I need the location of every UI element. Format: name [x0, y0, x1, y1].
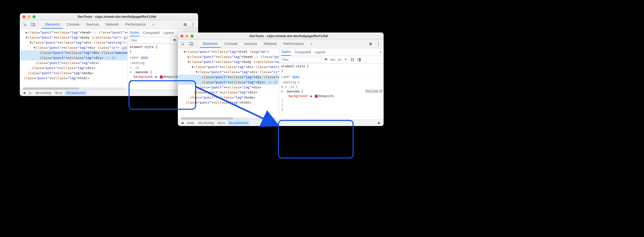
dom-node[interactable]: class="punct"></class="tag">div> == $0	[178, 80, 278, 85]
styles-tab-layout[interactable]: Layout	[315, 50, 325, 54]
zoom-window-icon[interactable]	[191, 35, 194, 38]
dom-node[interactable]: class="punct"></class="tag">html>	[178, 100, 278, 105]
styles-tab-overflow[interactable]: »	[380, 50, 382, 54]
dom-node[interactable]: ▼class="punct"><class="tag">div class="i…	[20, 45, 127, 50]
more-icon[interactable]	[375, 40, 382, 48]
elements-panel[interactable]: ▼class="punct"><class="tag">html lang="e…	[178, 48, 279, 119]
crumb-awesome[interactable]: div.awesome	[65, 90, 87, 95]
tab-sources[interactable]: Sources	[241, 40, 260, 48]
styles-tab-styles[interactable]: Styles	[281, 50, 291, 56]
inspect-icon[interactable]	[21, 21, 28, 28]
dom-tree[interactable]: ▶class="punct"><class="tag">head> ⋯ clas…	[20, 29, 128, 89]
layer-link[interactable]: demo	[292, 75, 300, 78]
dom-node[interactable]: class="punct"></class="tag">div>	[20, 60, 127, 66]
crumb-nesting[interactable]: div.nesting	[197, 120, 215, 125]
styles-filter-input[interactable]	[280, 57, 322, 62]
crumb-body[interactable]: ly	[27, 90, 33, 95]
content-area: ▼class="punct"><class="tag">html lang="e…	[178, 48, 384, 119]
tab-elements[interactable]: Elements	[200, 40, 221, 48]
dom-node[interactable]: class="punct"></class="tag">body>	[178, 95, 278, 100]
cls-toggle[interactable]: .cls	[337, 57, 342, 62]
more-icon[interactable]	[190, 21, 197, 28]
layer-link[interactable]: demo	[141, 56, 148, 59]
tab-network[interactable]: Network	[103, 21, 122, 28]
breadcrumb-prev-icon[interactable]: ◀	[180, 121, 184, 125]
new-style-rule-icon[interactable]: +	[343, 57, 348, 62]
element-style-rule[interactable]: element.style { }	[279, 64, 384, 74]
crumb-is[interactable]: div.is	[216, 120, 227, 125]
styles-body[interactable]: element.style { } Layer demo RwYLRdr:36 …	[279, 64, 384, 119]
tab-elements[interactable]: Elements	[42, 21, 63, 28]
minimize-window-icon[interactable]	[185, 35, 189, 38]
close-window-icon[interactable]	[22, 15, 25, 18]
source-link[interactable]: RwYLRdr:36	[365, 89, 383, 93]
tab-console[interactable]: Console	[221, 40, 240, 48]
styles-filter-input[interactable]	[129, 38, 170, 43]
styles-panel: Styles Computed Layout » :hov .cls + ele…	[279, 48, 384, 119]
horizontal-scrollbar[interactable]	[23, 87, 125, 89]
computed-styles-icon[interactable]	[350, 57, 355, 62]
color-swatch-icon[interactable]	[315, 95, 318, 98]
expand-value-icon[interactable]: ▶	[155, 75, 157, 78]
ellipsis-icon[interactable]: ⋯	[93, 31, 97, 35]
crumb-nesting[interactable]: div.nesting	[34, 90, 52, 95]
styles-tab-layout[interactable]: Layout	[163, 31, 174, 35]
tab-overflow[interactable]: »	[307, 40, 316, 48]
crumb-body[interactable]: body	[185, 120, 196, 125]
expand-value-icon[interactable]: ▶	[311, 94, 312, 98]
dom-node[interactable]: class="punct"></class="tag">div>	[178, 90, 278, 95]
close-window-icon[interactable]	[180, 35, 183, 38]
styles-tab-styles[interactable]: Styles	[130, 30, 139, 36]
dom-tree[interactable]: ▼class="punct"><class="tag">html lang="e…	[178, 48, 279, 119]
dom-node[interactable]: class="punct"><class="tag">div class="aw…	[178, 75, 278, 80]
dom-node[interactable]: class="punct"><class="tag">div class="aw…	[20, 50, 127, 55]
crumb-awesome[interactable]: div.awesome	[228, 120, 250, 125]
tab-console[interactable]: Console	[63, 21, 82, 28]
zoom-window-icon[interactable]	[33, 15, 36, 18]
prop-name: background	[133, 75, 152, 78]
tab-performance[interactable]: Performance	[280, 40, 307, 48]
window-title: DevTools - cdpn.io/web-dot-dev/fullpage/…	[39, 15, 196, 19]
settings-icon[interactable]	[181, 21, 189, 28]
dom-node[interactable]: ▼class="punct"><class="tag">div class="n…	[20, 40, 127, 45]
color-swatch-icon[interactable]	[160, 75, 163, 78]
inspect-icon[interactable]	[179, 40, 186, 48]
property-line[interactable]: background: ▶ deeppink;	[281, 94, 382, 98]
dom-node[interactable]: ▼class="punct"><class="tag">div class="i…	[178, 70, 278, 75]
dom-node[interactable]: ▼class="punct"><class="tag">div class="n…	[178, 65, 278, 70]
grid-badge[interactable]: grid	[126, 41, 128, 45]
tab-sources[interactable]: Sources	[83, 21, 102, 28]
styles-tab-computed[interactable]: Computed	[294, 50, 311, 54]
settings-icon[interactable]	[367, 40, 374, 48]
tab-network[interactable]: Network	[261, 40, 280, 48]
device-toggle-icon[interactable]	[187, 40, 195, 48]
crumb-is[interactable]: div.is	[54, 90, 64, 95]
tab-performance[interactable]: Performance	[122, 21, 149, 28]
dom-node[interactable]: ▶class="punct"><class="tag">head> ⋯ clas…	[178, 54, 278, 59]
device-toggle-icon[interactable]	[29, 21, 37, 28]
grid-badge[interactable]: grid	[122, 36, 128, 40]
layers-icon[interactable]	[323, 57, 328, 62]
dom-node[interactable]: ▼class="punct"><class="tag">html lang="e…	[178, 49, 278, 54]
breadcrumb-next-icon[interactable]: ▶	[377, 121, 382, 125]
dom-node[interactable]: ▼class="punct"><class="tag">body transla…	[178, 59, 278, 65]
dom-node[interactable]: class="punct"></class="tag">div>	[178, 85, 278, 90]
grid-badge[interactable]: grid	[120, 46, 128, 50]
breadcrumb-prev-icon[interactable]: ◀	[22, 91, 26, 95]
css-rule-awesome[interactable]: RwYLRdr:36 .nesting { & > .is { > .aweso…	[279, 80, 384, 113]
dom-node[interactable]: class="punct"></class="tag">div> == $0	[20, 55, 127, 60]
dom-node[interactable]: class="punct"></class="tag">html>	[20, 76, 127, 81]
dom-node[interactable]: ▶class="punct"><class="tag">head> ⋯ clas…	[20, 30, 127, 35]
toggle-sidebar-icon[interactable]	[356, 57, 362, 62]
dom-node[interactable]: ▼class="punct"><class="tag">body transla…	[20, 35, 127, 40]
elements-panel[interactable]: ▶class="punct"><class="tag">head> ⋯ clas…	[20, 29, 128, 89]
horizontal-scrollbar[interactable]	[181, 117, 276, 119]
hov-toggle[interactable]: :hov	[330, 57, 335, 62]
dom-node[interactable]: class="punct"></class="tag">body>	[20, 71, 127, 76]
dom-node[interactable]: class="punct"></class="tag">div>	[20, 66, 127, 71]
styles-tab-computed[interactable]: Computed	[143, 31, 160, 35]
layers-icon[interactable]	[172, 38, 177, 43]
ellipsis-icon[interactable]: ⋯	[256, 55, 259, 59]
minimize-window-icon[interactable]	[27, 15, 30, 18]
tab-overflow[interactable]: »	[149, 21, 158, 28]
